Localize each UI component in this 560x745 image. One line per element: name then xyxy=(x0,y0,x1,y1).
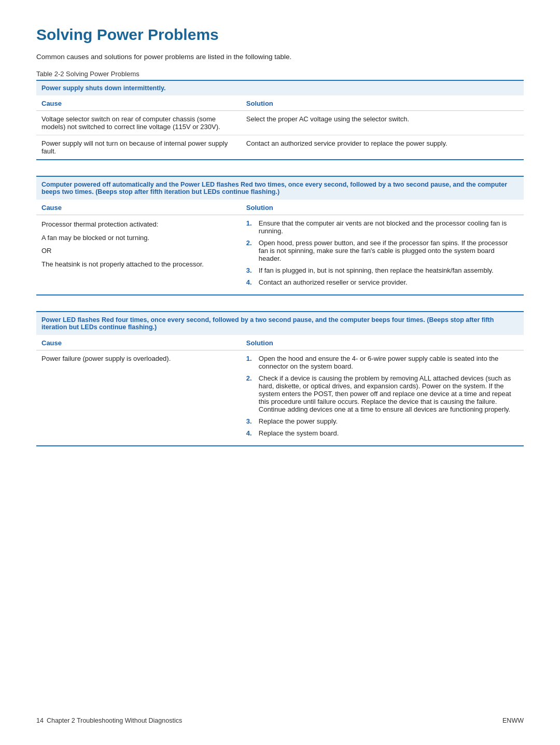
list-item-text: Contact an authorized reseller or servic… xyxy=(259,278,408,286)
page-footer: 14 Chapter 2 Troubleshooting Without Dia… xyxy=(0,717,560,724)
footer-page-num: 14 xyxy=(36,717,44,724)
list-item: 1. Open the hood and ensure the 4- or 6-… xyxy=(246,355,519,370)
solution-header: Solution xyxy=(241,95,524,111)
section-power-supply-shuts-down: Power supply shuts down intermittently. … xyxy=(36,80,524,160)
list-number: 4. xyxy=(246,429,257,437)
footer-left: 14 Chapter 2 Troubleshooting Without Dia… xyxy=(36,717,182,724)
list-item: 3. Replace the power supply. xyxy=(246,417,519,425)
intro-paragraph: Common causes and solutions for power pr… xyxy=(36,53,524,61)
list-item-text: Replace the power supply. xyxy=(259,417,338,425)
list-item: 3. If fan is plugged in, but is not spin… xyxy=(246,266,519,274)
table-row: Processor thermal protection activated: … xyxy=(36,215,524,296)
section-led-four-flashes: Power LED flashes Red four times, once e… xyxy=(36,311,524,446)
list-number: 3. xyxy=(246,266,257,274)
table-row: Power supply will not turn on because of… xyxy=(36,135,524,160)
cause-cell: Power failure (power supply is overloade… xyxy=(36,350,241,446)
section1-table: Cause Solution Voltage selector switch o… xyxy=(36,95,524,160)
list-item: 4. Replace the system board. xyxy=(246,429,519,437)
cause-header: Cause xyxy=(36,200,241,215)
cause-cell: Processor thermal protection activated: … xyxy=(36,215,241,296)
list-item-text: Open the hood and ensure the 4- or 6-wir… xyxy=(259,355,519,370)
solution-cell: 1. Open the hood and ensure the 4- or 6-… xyxy=(241,350,524,446)
section3-header: Power LED flashes Red four times, once e… xyxy=(36,311,524,335)
list-number: 1. xyxy=(246,355,257,362)
cause-line-2: A fan may be blocked or not turning. xyxy=(41,233,236,243)
footer-chapter: Chapter 2 Troubleshooting Without Diagno… xyxy=(47,717,182,724)
list-item-text: Replace the system board. xyxy=(259,429,339,437)
list-item-text: If fan is plugged in, but is not spinnin… xyxy=(259,266,494,274)
list-item: 2. Open hood, press power button, and se… xyxy=(246,239,519,262)
table-caption: Table 2-2 Solving Power Problems xyxy=(36,70,524,78)
solution-list: 1. Ensure that the computer air vents ar… xyxy=(246,219,519,286)
list-item-text: Check if a device is causing the problem… xyxy=(259,374,519,413)
section3-table: Cause Solution Power failure (power supp… xyxy=(36,335,524,446)
list-number: 2. xyxy=(246,374,257,382)
cause-header: Cause xyxy=(36,335,241,350)
cause-line-3: OR xyxy=(41,246,236,256)
table-header-row: Cause Solution xyxy=(36,200,524,215)
table-row: Power failure (power supply is overloade… xyxy=(36,350,524,446)
table-row: Voltage selector switch on rear of compu… xyxy=(36,111,524,135)
list-number: 1. xyxy=(246,219,257,227)
cause-header: Cause xyxy=(36,95,241,111)
table-header-row: Cause Solution xyxy=(36,95,524,111)
solution-cell: 1. Ensure that the computer air vents ar… xyxy=(241,215,524,296)
solution-cell: Select the proper AC voltage using the s… xyxy=(241,111,524,135)
cause-line-4: The heatsink is not properly attached to… xyxy=(41,259,236,270)
solution-cell: Contact an authorized service provider t… xyxy=(241,135,524,160)
list-item-text: Open hood, press power button, and see i… xyxy=(259,239,519,262)
cause-cell: Power supply will not turn on because of… xyxy=(36,135,241,160)
footer-brand: ENWW xyxy=(502,717,524,724)
list-item: 2. Check if a device is causing the prob… xyxy=(246,374,519,413)
cause-line-1: Processor thermal protection activated: xyxy=(41,219,236,230)
section-led-two-flashes: Computer powered off automatically and t… xyxy=(36,176,524,296)
list-number: 3. xyxy=(246,417,257,425)
cause-cell: Voltage selector switch on rear of compu… xyxy=(36,111,241,135)
table-header-row: Cause Solution xyxy=(36,335,524,350)
list-item: 1. Ensure that the computer air vents ar… xyxy=(246,219,519,235)
solution-header: Solution xyxy=(241,335,524,350)
list-item-text: Ensure that the computer air vents are n… xyxy=(259,219,519,235)
section2-header: Computer powered off automatically and t… xyxy=(36,176,524,200)
solution-list: 1. Open the hood and ensure the 4- or 6-… xyxy=(246,355,519,437)
section1-header: Power supply shuts down intermittently. xyxy=(36,80,524,95)
list-item: 4. Contact an authorized reseller or ser… xyxy=(246,278,519,286)
list-number: 2. xyxy=(246,239,257,247)
list-number: 4. xyxy=(246,278,257,286)
cause-text-block: Processor thermal protection activated: … xyxy=(41,219,236,269)
page-title: Solving Power Problems xyxy=(36,26,524,44)
solution-header: Solution xyxy=(241,200,524,215)
section2-table: Cause Solution Processor thermal protect… xyxy=(36,200,524,296)
